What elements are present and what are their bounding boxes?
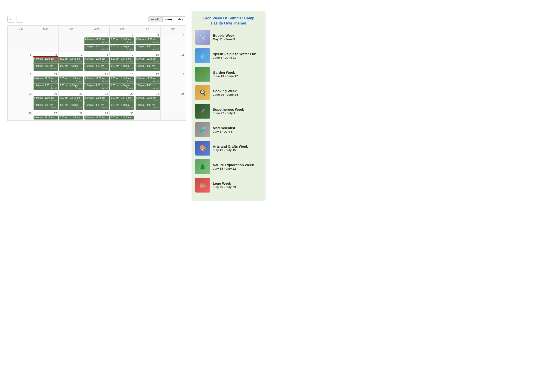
event-block[interactable]: 8:00 am - 12:45 am4 avail. bbox=[110, 57, 134, 64]
camp-thumbnail: 🍳 bbox=[195, 85, 210, 100]
camp-thumbnail: 🧪 bbox=[195, 122, 210, 137]
event-block[interactable]: 1:00 pm - 4:00 pm4 avail. bbox=[110, 64, 134, 71]
event-block[interactable]: 1:00 pm - 4:00 pm3 avail. bbox=[84, 45, 109, 51]
month-view-button[interactable]: month bbox=[149, 17, 163, 22]
event-block[interactable]: 8:00 am - 12:45 am4 avail. bbox=[136, 57, 160, 64]
event-availability: 3 avail. bbox=[85, 107, 108, 109]
event-availability: 5 avail. bbox=[111, 87, 134, 90]
camp-thumbnail: 🧱 bbox=[195, 178, 210, 193]
event-block[interactable]: 1:00 pm - 4:00 pm1 avail. bbox=[110, 45, 134, 51]
camp-item: 🫧Bubble WeekMay 31 - June 3 bbox=[195, 30, 262, 45]
calendar-cell: 278:00 am - 12:45 am bbox=[33, 111, 59, 121]
camp-dates: July 18 - July 22 bbox=[213, 167, 262, 170]
calendar-cell: 298:00 am - 12:45 am bbox=[84, 111, 109, 121]
event-block[interactable]: 8:00 am - 12:45 am bbox=[84, 115, 109, 120]
event-block[interactable]: 1:00 pm - 4:00 pm4 avail. bbox=[59, 103, 83, 110]
event-block[interactable]: 8:00 am - 12:45 am4 avail. bbox=[84, 37, 109, 44]
event-block[interactable]: 8:00 am - 12:45 am4 avail. bbox=[136, 37, 160, 44]
event-block[interactable]: 8:00 am - 12:45 am bbox=[34, 115, 58, 120]
week-view-button[interactable]: week bbox=[163, 17, 175, 22]
calendar-cell: 108:00 am - 12:45 am4 avail.1:00 pm - 4:… bbox=[135, 52, 160, 72]
calendar-cell: 19 bbox=[8, 91, 33, 111]
event-block[interactable]: 8:00 am - 12:45 am6 avail. bbox=[110, 96, 134, 103]
event-block[interactable]: 1:00 pm - 4:00 pm4 avail. bbox=[84, 84, 109, 90]
event-time: 8:00 am - 12:45 am bbox=[60, 77, 83, 80]
event-time: 8:00 am - 12:45 am bbox=[111, 116, 134, 119]
calendar-cell: 98:00 am - 12:45 am4 avail.1:00 pm - 4:0… bbox=[109, 52, 135, 72]
event-time: 8:00 am - 12:45 am bbox=[34, 96, 57, 99]
event-block[interactable]: 8:00 am - 12:45 am2 avail. bbox=[110, 37, 134, 44]
event-block[interactable]: 1:00 pm - 4:00 pm3 avail. bbox=[136, 103, 160, 110]
day-number: 19 bbox=[8, 92, 32, 96]
event-block[interactable]: 1:00 pm - 4:00 pm3 avail. bbox=[136, 45, 160, 51]
event-time: 1:00 pm - 4:00 pm bbox=[136, 103, 159, 107]
camp-name: Bubble Week bbox=[213, 34, 262, 37]
event-block[interactable]: 1:00 pm - 4:00 pm3 avail. bbox=[34, 64, 58, 71]
camp-info: Bubble WeekMay 31 - June 3 bbox=[213, 34, 262, 41]
event-block[interactable]: 8:00 am - 12:45 am4 avail. bbox=[84, 57, 109, 64]
event-availability: 4 avail. bbox=[136, 87, 159, 90]
event-block[interactable]: 8:00 am - 12:45 am7 avail. bbox=[59, 77, 83, 83]
sidebar: Each Week Of Summer Camp Has Its Own The… bbox=[192, 11, 266, 201]
day-number: 15 bbox=[84, 72, 109, 77]
event-block[interactable]: 1:00 pm - 4:00 pm5 avail. bbox=[59, 84, 83, 90]
prev-month-button[interactable]: ‹ bbox=[7, 16, 14, 23]
event-availability: 3 avail. bbox=[34, 67, 57, 70]
calendar-section: ‹ › month week day SunMonTueWedThuFriSat… bbox=[7, 11, 186, 201]
day-of-week-header: Sun bbox=[8, 26, 33, 33]
event-availability: 3 avail. bbox=[34, 107, 57, 109]
next-month-button[interactable]: › bbox=[16, 16, 23, 23]
event-block[interactable]: 1:00 pm - 4:00 pm4 avail. bbox=[59, 64, 83, 71]
day-number: 7 bbox=[59, 53, 83, 57]
today-button[interactable] bbox=[25, 18, 30, 20]
event-block[interactable]: 8:00 am - 12:45 am5 avail. bbox=[136, 77, 160, 83]
day-of-week-header: Mon bbox=[33, 26, 59, 33]
day-number: 24 bbox=[136, 92, 160, 96]
event-block[interactable]: 8:00 am - 12:45 am bbox=[110, 115, 134, 120]
event-block[interactable]: 8:00 am - 12:45 am4 avail. bbox=[136, 96, 160, 103]
camp-thumbnail: 🌿 bbox=[195, 67, 210, 82]
camp-item: 🍳Cooking WeekJune 20 - June 24 bbox=[195, 85, 262, 100]
event-time: 1:00 pm - 4:00 pm bbox=[111, 84, 134, 87]
day-number: 28 bbox=[59, 111, 83, 115]
event-availability: 5 avail. bbox=[34, 80, 57, 83]
event-time: 1:00 pm - 4:00 pm bbox=[136, 45, 159, 48]
event-block[interactable]: 8:00 am - 12:45 am7 avail. bbox=[110, 77, 134, 83]
event-block[interactable]: 1:00 pm - 4:00 pm3 avail. bbox=[84, 64, 109, 71]
event-block[interactable]: 8:00 am - 12:45 am5 avail. bbox=[34, 77, 58, 83]
event-block[interactable]: 1:00 pm - 4:00 pm3 avail. bbox=[84, 103, 109, 110]
event-time: 1:00 pm - 4:00 pm bbox=[34, 84, 57, 87]
camp-item: 🌲Nature Exploration WeekJuly 18 - July 2… bbox=[195, 159, 262, 174]
event-block[interactable]: 1:00 pm - 4:00 pm4 avail. bbox=[136, 84, 160, 90]
day-number: 4 bbox=[161, 33, 185, 37]
day-number: 10 bbox=[136, 53, 160, 57]
event-block[interactable]: 8:00 am - 12:45 am4 avail. bbox=[34, 96, 58, 103]
day-view-button[interactable]: day bbox=[175, 17, 186, 22]
camp-info: Superheroes WeekJune 27 - July 1 bbox=[213, 108, 262, 115]
event-time: 8:00 am - 12:45 am bbox=[85, 38, 108, 41]
event-block[interactable]: 8:00 am - 12:45 am4 avail. bbox=[59, 57, 83, 64]
event-block[interactable]: 1:00 pm - 4:00 pm5 avail. bbox=[110, 84, 134, 90]
event-block[interactable]: 8:00 am - 12:45 am4 avail. bbox=[84, 96, 109, 103]
camp-item: 🧪Mad ScientistJuly 5 - July 8 bbox=[195, 122, 262, 137]
event-block[interactable]: 8:00 am - 12:45 am bbox=[59, 115, 83, 120]
event-availability: 3 avail. bbox=[136, 107, 159, 109]
event-block[interactable]: 8:00 am - 12:45 am6 avail. bbox=[59, 96, 83, 103]
event-block[interactable]: 1:00 pm - 4:00 pm3 avail. bbox=[136, 64, 160, 71]
event-time: 1:00 pm - 4:00 pm bbox=[60, 84, 83, 87]
event-time: 8:00 am - 12:45 am bbox=[136, 96, 159, 99]
event-time: 1:00 pm - 4:00 pm bbox=[111, 45, 134, 48]
event-block[interactable]: 1:00 pm - 4:00 pm4 avail. bbox=[110, 103, 134, 110]
sidebar-title-line2: Has Its Own Theme! bbox=[211, 21, 246, 25]
event-time: 1:00 pm - 4:00 pm bbox=[85, 65, 108, 67]
event-availability: 2 avail. bbox=[111, 41, 134, 44]
event-block[interactable]: 1:00 pm - 4:00 pm4 avail. bbox=[34, 84, 58, 90]
event-availability: 5 avail. bbox=[60, 87, 83, 90]
calendar-cell: 78:00 am - 12:45 am4 avail.1:00 pm - 4:0… bbox=[59, 52, 84, 72]
day-number: 9 bbox=[110, 53, 134, 57]
event-block[interactable]: 1:00 pm - 4:00 pm3 avail. bbox=[34, 103, 58, 110]
event-block[interactable]: 8:00 am - 12:45 am4 avail. bbox=[34, 57, 58, 64]
event-block[interactable]: 8:00 am - 12:45 am5 avail. bbox=[84, 77, 109, 83]
event-availability: 4 avail. bbox=[136, 60, 159, 63]
day-number: 16 bbox=[110, 72, 134, 77]
